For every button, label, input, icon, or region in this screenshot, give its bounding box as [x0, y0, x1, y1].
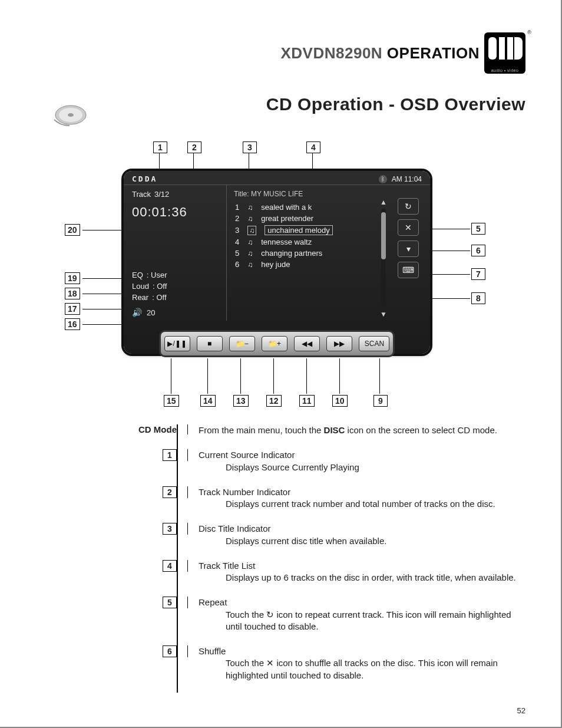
speaker-icon: 🔊	[132, 308, 142, 317]
disc-title-label: Title:	[234, 190, 249, 198]
disc-title: MY MUSIC LIFE	[251, 190, 303, 198]
scan-button[interactable]: SCAN	[359, 336, 389, 351]
track-row[interactable]: 2♫great pretender	[233, 213, 377, 224]
trademark-icon: ®	[527, 29, 531, 35]
desc-row: 3 Disc Title Indicator Displays current …	[124, 523, 525, 547]
rear-label: Rear	[132, 293, 148, 302]
desc-title: Current Source Indicator	[199, 450, 295, 460]
shuffle-button[interactable]: ✕	[398, 219, 419, 236]
model-number: XDVDN8290N	[280, 44, 382, 62]
eq-label: EQ	[132, 271, 143, 279]
callout-17: 17	[65, 303, 80, 315]
shuffle-icon: ✕	[405, 223, 412, 232]
callout-5: 5	[471, 223, 485, 235]
page-down-button[interactable]: ▾	[398, 241, 419, 257]
mode-text-b: icon on the screen to select CD mode.	[345, 425, 497, 435]
scrollbar[interactable]: ▲ ▼	[377, 187, 390, 318]
callout-7: 7	[471, 268, 485, 280]
track-number: 3/12	[154, 190, 169, 199]
track-row[interactable]: 4♫tennesse waltz	[233, 236, 377, 248]
mode-text-bold: DISC	[324, 425, 345, 435]
keypad-button[interactable]: ⌨	[398, 262, 419, 278]
desc-title: Track Title List	[199, 561, 255, 571]
desc-row: 4 Track Title List Displays up to 6 trac…	[124, 560, 525, 584]
osd-screen: CDDA ᛒ AM 11:04 Track 3/12 00:01:36 EQ: …	[124, 171, 430, 354]
callout-9: 9	[373, 395, 388, 407]
callout-20: 20	[65, 224, 80, 236]
desc-num: 2	[163, 486, 177, 498]
arrow-up-icon[interactable]: ▲	[380, 198, 387, 206]
loud-value: : Off	[153, 282, 167, 291]
cd-icon	[53, 103, 88, 127]
callout-14: 14	[200, 395, 216, 407]
eq-value: : User	[147, 271, 167, 279]
clock: AM 11:04	[392, 175, 422, 183]
desc-title: Disc Title Indicator	[199, 523, 271, 533]
callout-2: 2	[187, 141, 201, 153]
desc-title: Shuffle	[199, 646, 226, 656]
svg-rect-1	[499, 37, 505, 60]
stop-button[interactable]: ■	[197, 336, 223, 351]
forward-button[interactable]: ▶▶	[326, 336, 352, 351]
track-list: Title: MY MUSIC LIFE 1♫sealed with a k 2…	[233, 187, 377, 318]
page-header: XDVDN8290N OPERATION audio • video	[280, 32, 525, 74]
callout-4: 4	[306, 141, 320, 153]
callout-6: 6	[471, 245, 485, 256]
description-table: CD Mode From the main menu, touch the DI…	[124, 424, 525, 694]
repeat-icon: ↻	[405, 202, 412, 211]
desc-row-mode: CD Mode From the main menu, touch the DI…	[124, 424, 525, 436]
loud-label: Loud	[132, 282, 149, 291]
desc-num: 5	[163, 597, 177, 608]
screen-left-panel: Track 3/12 00:01:36 EQ: User Loud: Off R…	[124, 185, 227, 321]
svg-rect-2	[507, 37, 513, 60]
desc-num: 6	[163, 645, 177, 657]
mode-text-a: From the main menu, touch the	[199, 425, 324, 435]
track-row[interactable]: 5♫changing partners	[233, 248, 377, 259]
svg-point-5	[68, 113, 74, 117]
header-title: XDVDN8290N OPERATION	[280, 44, 480, 62]
rewind-button[interactable]: ◀◀	[294, 336, 320, 351]
brand-logo: audio • video	[484, 32, 525, 74]
note-icon: ♫	[247, 261, 253, 269]
desc-sub: Displays Source Currently Playing	[199, 462, 359, 473]
callout-18: 18	[65, 288, 80, 299]
screen-topbar: CDDA ᛒ AM 11:04	[124, 171, 430, 185]
rear-value: : Off	[152, 293, 166, 302]
arrow-down-icon[interactable]: ▼	[380, 310, 387, 318]
folder-minus-button[interactable]: 📁−	[229, 336, 255, 351]
manual-page: XDVDN8290N OPERATION audio • video ® CD …	[0, 0, 562, 728]
svg-rect-0	[488, 37, 497, 60]
track-row-selected[interactable]: 3♫unchained melody	[233, 224, 377, 236]
callout-19: 19	[65, 272, 80, 284]
osd-diagram: 1 2 3 4 20 19 18 17 16 5 6 7 8 15 14 13 …	[59, 141, 495, 410]
desc-row: 5 Repeat Touch the ↻ icon to repeat curr…	[124, 597, 525, 633]
desc-row: 6 Shuffle Touch the ✕ icon to shuffle al…	[124, 645, 525, 681]
callout-3: 3	[243, 141, 257, 153]
track-row[interactable]: 1♫sealed with a k	[233, 202, 377, 213]
section-word: OPERATION	[387, 44, 480, 62]
callout-15: 15	[164, 395, 179, 407]
note-icon: ♫	[247, 226, 256, 235]
callout-12: 12	[266, 395, 282, 407]
play-pause-button[interactable]: ▶/❚❚	[164, 336, 190, 351]
callout-16: 16	[65, 318, 80, 330]
folder-plus-button[interactable]: 📁+	[262, 336, 287, 351]
desc-num: 1	[163, 449, 177, 461]
desc-row: 2 Track Number Indicator Displays curren…	[124, 486, 525, 510]
desc-sub: Displays current disc title when availab…	[199, 535, 386, 547]
track-label: Track	[132, 190, 151, 199]
desc-row: 1 Current Source Indicator Displays Sour…	[124, 449, 525, 473]
source-indicator: CDDA	[132, 174, 157, 183]
screen-bottom-bar: ▶/❚❚ ■ 📁− 📁+ ◀◀ ▶▶ SCAN	[159, 330, 395, 357]
track-row[interactable]: 6♫hey jude	[233, 259, 377, 270]
desc-title: Track Number Indicator	[199, 487, 290, 497]
desc-sub: Touch the ✕ icon to shuffle all tracks o…	[199, 657, 525, 681]
desc-num: 4	[163, 560, 177, 572]
repeat-button[interactable]: ↻	[398, 198, 419, 215]
callout-10: 10	[332, 395, 348, 407]
cd-mode-label: CD Mode	[124, 424, 188, 434]
keypad-icon: ⌨	[402, 265, 414, 275]
note-icon: ♫	[247, 238, 253, 246]
page-number: 52	[517, 706, 525, 715]
desc-sub: Displays up to 6 tracks on the disc in o…	[199, 572, 516, 584]
